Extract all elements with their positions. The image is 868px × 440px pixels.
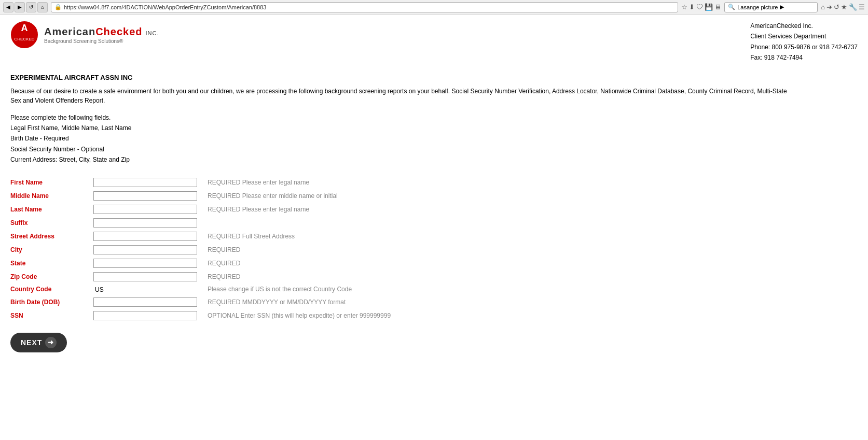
label-first-name: First Name xyxy=(10,176,93,189)
instruction-line5: Current Address: Street, City, State and… xyxy=(10,154,858,165)
browser-toolbar-icons: ☆ ⬇ 🛡 💾 🖥 xyxy=(681,3,721,11)
download-icon[interactable]: ⬇ xyxy=(689,3,695,11)
home-nav-icon[interactable]: ⌂ xyxy=(821,3,825,11)
refresh-icon[interactable]: ↺ xyxy=(834,3,839,11)
menu-icon[interactable]: ☰ xyxy=(859,3,865,11)
hint-first-name: REQUIRED Please enter legal name xyxy=(208,176,858,189)
form-row: Last NameREQUIRED Please enter legal nam… xyxy=(10,203,858,216)
input-street-address[interactable] xyxy=(93,232,197,241)
form-table: First NameREQUIRED Please enter legal na… xyxy=(10,176,858,322)
phone: Phone: 800 975-9876 or 918 742-6737 xyxy=(750,42,858,52)
page-content: A CHECKED AmericanChecked INC. Backgroun… xyxy=(0,15,868,359)
input-cell-middle-name xyxy=(93,189,208,203)
reload-button[interactable]: ↺ xyxy=(26,2,36,12)
nav-buttons: ◀ ▶ ↺ ⌂ xyxy=(3,2,48,12)
instruction-line4: Social Security Number - Optional xyxy=(10,144,858,154)
input-cell-zip-code xyxy=(93,270,208,283)
hint-city: REQUIRED xyxy=(208,243,858,257)
hint-state: REQUIRED xyxy=(208,257,858,270)
back-button[interactable]: ◀ xyxy=(3,2,13,12)
label-suffix: Suffix xyxy=(10,216,93,230)
label-ssn: SSN xyxy=(10,309,93,322)
input-birth-date[interactable] xyxy=(93,297,197,307)
form-row: Country CodeUSPlease change if US is not… xyxy=(10,283,858,295)
hint-suffix xyxy=(208,216,858,230)
instruction-line3: Birth Date - Required xyxy=(10,133,858,144)
screen-icon[interactable]: 🖥 xyxy=(714,3,721,11)
lock-icon: 🔒 xyxy=(54,4,62,10)
logo-icon: A CHECKED xyxy=(10,21,39,49)
input-cell-city xyxy=(93,243,208,257)
hint-middle-name: REQUIRED Please enter middle name or ini… xyxy=(208,189,858,203)
browser-toolbar: ◀ ▶ ↺ ⌂ 🔒 https://www04.8f7.com/4DACTION… xyxy=(0,0,868,15)
org-name: EXPERIMENTAL AIRCRAFT ASSN INC xyxy=(10,74,858,81)
next-button[interactable]: NEXT ➜ xyxy=(10,333,67,352)
search-icon: 🔍 xyxy=(728,4,735,10)
form-row: Birth Date (DOB)REQUIRED MMDDYYYY or MM/… xyxy=(10,295,858,309)
input-cell-suffix xyxy=(93,216,208,230)
input-cell-street-address xyxy=(93,230,208,243)
form-row: Suffix xyxy=(10,216,858,230)
star-icon[interactable]: ★ xyxy=(841,3,847,11)
search-text: Lasange picture xyxy=(737,4,778,10)
arrow-icon[interactable]: ➜ xyxy=(826,3,832,11)
form-row: StateREQUIRED xyxy=(10,257,858,270)
save-icon[interactable]: 💾 xyxy=(705,3,713,11)
svg-text:A: A xyxy=(21,23,28,33)
home-button[interactable]: ⌂ xyxy=(37,2,48,12)
form-row: Street AddressREQUIRED Full Street Addre… xyxy=(10,230,858,243)
label-middle-name: Middle Name xyxy=(10,189,93,203)
label-last-name: Last Name xyxy=(10,203,93,216)
forward-button[interactable]: ▶ xyxy=(15,2,25,12)
contact-info: AmericanChecked Inc. Client Services Dep… xyxy=(750,21,858,63)
form-row: Zip CodeREQUIRED xyxy=(10,270,858,283)
form-row: SSNOPTIONAL Enter SSN (this will help ex… xyxy=(10,309,858,322)
bookmark-icon[interactable]: ☆ xyxy=(681,3,687,11)
page-header: A CHECKED AmericanChecked INC. Backgroun… xyxy=(10,21,858,63)
input-zip-code[interactable] xyxy=(93,272,197,281)
logo-area: A CHECKED AmericanChecked INC. Backgroun… xyxy=(10,21,159,49)
input-state[interactable] xyxy=(93,259,197,268)
fax: Fax: 918 742-7494 xyxy=(750,52,858,63)
url-text: https://www04.8f7.com/4DACTION/WebAppOrd… xyxy=(64,4,674,10)
logo-main-text: AmericanChecked INC. xyxy=(44,26,159,38)
instruction-line2: Legal First Name, Middle Name, Last Name xyxy=(10,123,858,133)
hint-ssn: OPTIONAL Enter SSN (this will help exped… xyxy=(208,309,858,322)
tools-icon[interactable]: 🔧 xyxy=(849,3,857,11)
input-cell-first-name xyxy=(93,176,208,189)
label-street-address: Street Address xyxy=(10,230,93,243)
label-zip-code: Zip Code xyxy=(10,270,93,283)
input-middle-name[interactable] xyxy=(93,191,197,201)
logo-text: AmericanChecked INC. Background Screenin… xyxy=(44,26,159,44)
input-city[interactable] xyxy=(93,245,197,254)
form-row: CityREQUIRED xyxy=(10,243,858,257)
instruction-line1: Please complete the following fields. xyxy=(10,112,858,123)
logo-subtitle: Background Screening Solutions® xyxy=(44,38,159,44)
browser-toolbar-right: ⌂ ➜ ↺ ★ 🔧 ☰ xyxy=(821,3,865,11)
input-cell-last-name xyxy=(93,203,208,216)
label-state: State xyxy=(10,257,93,270)
form-row: Middle NameREQUIRED Please enter middle … xyxy=(10,189,858,203)
input-ssn[interactable] xyxy=(93,311,197,320)
label-city: City xyxy=(10,243,93,257)
input-cell-birth-date xyxy=(93,295,208,309)
url-bar[interactable]: 🔒 https://www04.8f7.com/4DACTION/WebAppO… xyxy=(51,2,678,12)
input-cell-state xyxy=(93,257,208,270)
department: Client Services Department xyxy=(750,31,858,41)
input-last-name[interactable] xyxy=(93,205,197,214)
input-cell-ssn xyxy=(93,309,208,322)
hint-zip-code: REQUIRED xyxy=(208,270,858,283)
static-country-code: US xyxy=(93,286,105,294)
input-first-name[interactable] xyxy=(93,178,197,187)
search-bar[interactable]: 🔍 Lasange picture ▶ xyxy=(724,2,818,12)
form-row: First NameREQUIRED Please enter legal na… xyxy=(10,176,858,189)
intro-text: Because of our desire to create a safe e… xyxy=(10,87,789,105)
label-birth-date: Birth Date (DOB) xyxy=(10,295,93,309)
hint-country-code: Please change if US is not the correct C… xyxy=(208,283,858,295)
hint-last-name: REQUIRED Please enter legal name xyxy=(208,203,858,216)
input-cell-country-code: US xyxy=(93,283,208,295)
input-suffix[interactable] xyxy=(93,218,197,228)
shield-icon[interactable]: 🛡 xyxy=(696,3,703,11)
company-name: AmericanChecked Inc. xyxy=(750,21,858,31)
next-label: NEXT xyxy=(21,338,42,347)
